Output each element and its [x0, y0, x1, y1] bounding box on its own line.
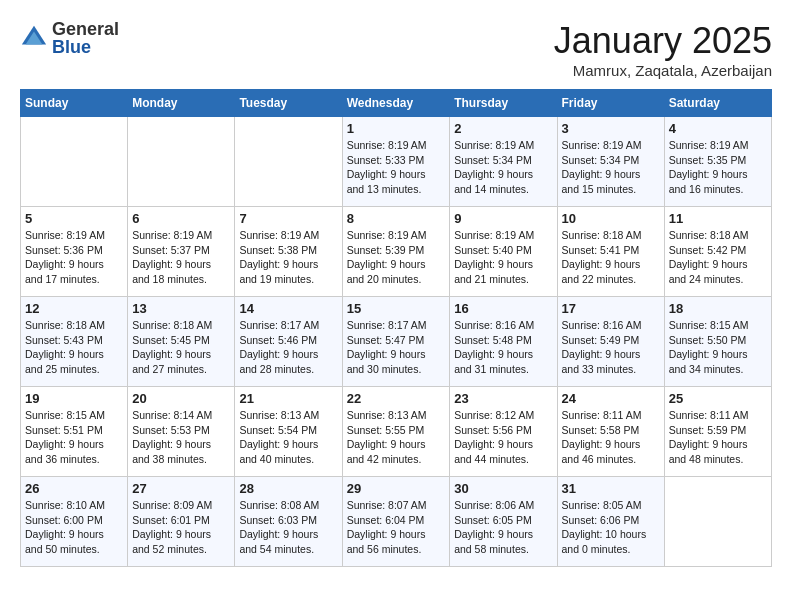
day-info: Sunrise: 8:19 AM Sunset: 5:39 PM Dayligh…: [347, 228, 446, 287]
day-number: 28: [239, 481, 337, 496]
day-cell: 2Sunrise: 8:19 AM Sunset: 5:34 PM Daylig…: [450, 117, 557, 207]
day-cell: [128, 117, 235, 207]
logo-icon: [20, 24, 48, 52]
day-number: 12: [25, 301, 123, 316]
day-cell: 14Sunrise: 8:17 AM Sunset: 5:46 PM Dayli…: [235, 297, 342, 387]
week-row-5: 26Sunrise: 8:10 AM Sunset: 6:00 PM Dayli…: [21, 477, 772, 567]
day-cell: [235, 117, 342, 207]
day-number: 16: [454, 301, 552, 316]
header-tuesday: Tuesday: [235, 90, 342, 117]
day-info: Sunrise: 8:19 AM Sunset: 5:36 PM Dayligh…: [25, 228, 123, 287]
day-number: 4: [669, 121, 767, 136]
day-number: 8: [347, 211, 446, 226]
week-row-1: 1Sunrise: 8:19 AM Sunset: 5:33 PM Daylig…: [21, 117, 772, 207]
day-cell: 15Sunrise: 8:17 AM Sunset: 5:47 PM Dayli…: [342, 297, 450, 387]
day-info: Sunrise: 8:15 AM Sunset: 5:51 PM Dayligh…: [25, 408, 123, 467]
day-info: Sunrise: 8:19 AM Sunset: 5:40 PM Dayligh…: [454, 228, 552, 287]
day-info: Sunrise: 8:06 AM Sunset: 6:05 PM Dayligh…: [454, 498, 552, 557]
day-number: 26: [25, 481, 123, 496]
location-subtitle: Mamrux, Zaqatala, Azerbaijan: [554, 62, 772, 79]
day-info: Sunrise: 8:19 AM Sunset: 5:33 PM Dayligh…: [347, 138, 446, 197]
day-number: 25: [669, 391, 767, 406]
header-wednesday: Wednesday: [342, 90, 450, 117]
day-info: Sunrise: 8:13 AM Sunset: 5:54 PM Dayligh…: [239, 408, 337, 467]
header-saturday: Saturday: [664, 90, 771, 117]
logo-blue: Blue: [52, 38, 119, 56]
day-info: Sunrise: 8:19 AM Sunset: 5:35 PM Dayligh…: [669, 138, 767, 197]
day-cell: 22Sunrise: 8:13 AM Sunset: 5:55 PM Dayli…: [342, 387, 450, 477]
day-info: Sunrise: 8:16 AM Sunset: 5:48 PM Dayligh…: [454, 318, 552, 377]
day-number: 15: [347, 301, 446, 316]
day-cell: [21, 117, 128, 207]
day-number: 18: [669, 301, 767, 316]
header-monday: Monday: [128, 90, 235, 117]
day-info: Sunrise: 8:11 AM Sunset: 5:59 PM Dayligh…: [669, 408, 767, 467]
logo-general: General: [52, 20, 119, 38]
day-cell: 20Sunrise: 8:14 AM Sunset: 5:53 PM Dayli…: [128, 387, 235, 477]
day-cell: 29Sunrise: 8:07 AM Sunset: 6:04 PM Dayli…: [342, 477, 450, 567]
day-cell: 10Sunrise: 8:18 AM Sunset: 5:41 PM Dayli…: [557, 207, 664, 297]
day-info: Sunrise: 8:18 AM Sunset: 5:42 PM Dayligh…: [669, 228, 767, 287]
logo: General Blue: [20, 20, 119, 56]
day-cell: 17Sunrise: 8:16 AM Sunset: 5:49 PM Dayli…: [557, 297, 664, 387]
day-number: 14: [239, 301, 337, 316]
day-number: 21: [239, 391, 337, 406]
day-cell: 26Sunrise: 8:10 AM Sunset: 6:00 PM Dayli…: [21, 477, 128, 567]
day-cell: [664, 477, 771, 567]
day-number: 1: [347, 121, 446, 136]
day-number: 7: [239, 211, 337, 226]
page-header: General Blue January 2025 Mamrux, Zaqata…: [20, 20, 772, 79]
day-number: 23: [454, 391, 552, 406]
day-cell: 28Sunrise: 8:08 AM Sunset: 6:03 PM Dayli…: [235, 477, 342, 567]
day-number: 30: [454, 481, 552, 496]
day-cell: 8Sunrise: 8:19 AM Sunset: 5:39 PM Daylig…: [342, 207, 450, 297]
day-info: Sunrise: 8:18 AM Sunset: 5:41 PM Dayligh…: [562, 228, 660, 287]
day-cell: 27Sunrise: 8:09 AM Sunset: 6:01 PM Dayli…: [128, 477, 235, 567]
day-number: 31: [562, 481, 660, 496]
day-cell: 19Sunrise: 8:15 AM Sunset: 5:51 PM Dayli…: [21, 387, 128, 477]
day-number: 20: [132, 391, 230, 406]
day-number: 27: [132, 481, 230, 496]
day-cell: 21Sunrise: 8:13 AM Sunset: 5:54 PM Dayli…: [235, 387, 342, 477]
week-row-2: 5Sunrise: 8:19 AM Sunset: 5:36 PM Daylig…: [21, 207, 772, 297]
day-info: Sunrise: 8:07 AM Sunset: 6:04 PM Dayligh…: [347, 498, 446, 557]
header-sunday: Sunday: [21, 90, 128, 117]
day-cell: 4Sunrise: 8:19 AM Sunset: 5:35 PM Daylig…: [664, 117, 771, 207]
day-info: Sunrise: 8:19 AM Sunset: 5:34 PM Dayligh…: [454, 138, 552, 197]
title-area: January 2025 Mamrux, Zaqatala, Azerbaija…: [554, 20, 772, 79]
logo-text: General Blue: [52, 20, 119, 56]
day-cell: 23Sunrise: 8:12 AM Sunset: 5:56 PM Dayli…: [450, 387, 557, 477]
day-cell: 31Sunrise: 8:05 AM Sunset: 6:06 PM Dayli…: [557, 477, 664, 567]
day-cell: 9Sunrise: 8:19 AM Sunset: 5:40 PM Daylig…: [450, 207, 557, 297]
day-info: Sunrise: 8:15 AM Sunset: 5:50 PM Dayligh…: [669, 318, 767, 377]
day-cell: 16Sunrise: 8:16 AM Sunset: 5:48 PM Dayli…: [450, 297, 557, 387]
day-info: Sunrise: 8:18 AM Sunset: 5:45 PM Dayligh…: [132, 318, 230, 377]
day-number: 17: [562, 301, 660, 316]
day-info: Sunrise: 8:08 AM Sunset: 6:03 PM Dayligh…: [239, 498, 337, 557]
day-info: Sunrise: 8:11 AM Sunset: 5:58 PM Dayligh…: [562, 408, 660, 467]
day-cell: 13Sunrise: 8:18 AM Sunset: 5:45 PM Dayli…: [128, 297, 235, 387]
day-number: 19: [25, 391, 123, 406]
day-info: Sunrise: 8:14 AM Sunset: 5:53 PM Dayligh…: [132, 408, 230, 467]
day-number: 3: [562, 121, 660, 136]
day-number: 6: [132, 211, 230, 226]
header-friday: Friday: [557, 90, 664, 117]
day-number: 22: [347, 391, 446, 406]
day-cell: 25Sunrise: 8:11 AM Sunset: 5:59 PM Dayli…: [664, 387, 771, 477]
day-info: Sunrise: 8:18 AM Sunset: 5:43 PM Dayligh…: [25, 318, 123, 377]
day-info: Sunrise: 8:17 AM Sunset: 5:46 PM Dayligh…: [239, 318, 337, 377]
day-number: 5: [25, 211, 123, 226]
day-cell: 24Sunrise: 8:11 AM Sunset: 5:58 PM Dayli…: [557, 387, 664, 477]
day-info: Sunrise: 8:05 AM Sunset: 6:06 PM Dayligh…: [562, 498, 660, 557]
day-info: Sunrise: 8:19 AM Sunset: 5:37 PM Dayligh…: [132, 228, 230, 287]
day-cell: 7Sunrise: 8:19 AM Sunset: 5:38 PM Daylig…: [235, 207, 342, 297]
header-thursday: Thursday: [450, 90, 557, 117]
week-row-4: 19Sunrise: 8:15 AM Sunset: 5:51 PM Dayli…: [21, 387, 772, 477]
day-info: Sunrise: 8:16 AM Sunset: 5:49 PM Dayligh…: [562, 318, 660, 377]
day-number: 2: [454, 121, 552, 136]
day-info: Sunrise: 8:19 AM Sunset: 5:34 PM Dayligh…: [562, 138, 660, 197]
day-cell: 6Sunrise: 8:19 AM Sunset: 5:37 PM Daylig…: [128, 207, 235, 297]
day-info: Sunrise: 8:13 AM Sunset: 5:55 PM Dayligh…: [347, 408, 446, 467]
day-number: 13: [132, 301, 230, 316]
day-info: Sunrise: 8:17 AM Sunset: 5:47 PM Dayligh…: [347, 318, 446, 377]
